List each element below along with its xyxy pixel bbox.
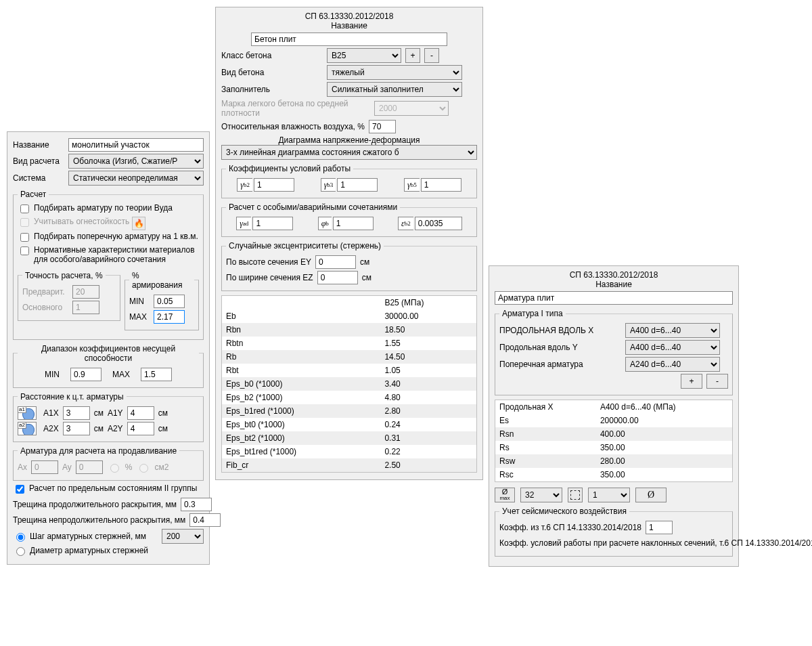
table-row: 4.80 bbox=[380, 391, 476, 404]
chk-normative-label: Нормативные характеристики материалов дл… bbox=[34, 245, 199, 265]
a1x-label: A1X bbox=[43, 408, 59, 418]
name-input[interactable] bbox=[68, 138, 204, 152]
table-row: Eps_b1red (*1000) bbox=[222, 404, 381, 418]
rebar-minus-button[interactable]: - bbox=[706, 374, 728, 389]
seismic-k1-input[interactable] bbox=[646, 521, 673, 534]
rebar-plus-button[interactable]: + bbox=[681, 374, 702, 389]
special-fieldset: Расчет с особыми/аварийными сочетаниями … bbox=[221, 202, 477, 237]
humidity-input[interactable] bbox=[369, 120, 396, 133]
chk-wood-label: Подбирать арматуру по теории Вуда bbox=[34, 203, 173, 213]
table-row: 200000.00 bbox=[596, 414, 733, 427]
chk-wood[interactable] bbox=[20, 204, 29, 213]
chk-sls2[interactable] bbox=[16, 485, 24, 494]
a1x-input[interactable] bbox=[63, 406, 90, 420]
rebar-table-hdr1: Продольная X bbox=[495, 400, 596, 414]
a2y-input[interactable] bbox=[127, 422, 154, 435]
rebar-name-input[interactable] bbox=[495, 291, 733, 305]
system-label: Система bbox=[13, 173, 45, 183]
class-label: Класс бетона bbox=[221, 51, 323, 60]
table-row: Eb bbox=[222, 309, 381, 323]
unit-cm: см bbox=[158, 424, 168, 433]
spacing-select[interactable]: 200 bbox=[162, 529, 204, 544]
reinf-max-input[interactable] bbox=[154, 310, 185, 324]
system-select[interactable]: Статически неопределимая bbox=[68, 171, 204, 186]
crack-long-input[interactable] bbox=[181, 498, 212, 511]
ez-input[interactable] bbox=[317, 271, 358, 284]
fire-icon: 🔥 bbox=[132, 217, 145, 230]
seismic-k1-label: Коэфф. из т.6 СП 14.13330.2014/2018 bbox=[499, 523, 641, 532]
table-row: 30000.00 bbox=[380, 309, 476, 323]
crack-short-input[interactable] bbox=[189, 513, 221, 527]
accuracy-legend: Точность расчета, % bbox=[22, 271, 106, 280]
table-row: Eps_bt1red (*1000) bbox=[222, 445, 381, 458]
table-row: 400.00 bbox=[596, 427, 733, 441]
a2x-input[interactable] bbox=[63, 422, 90, 435]
phib-input[interactable] bbox=[333, 217, 374, 230]
gb3-input[interactable] bbox=[337, 178, 378, 192]
kind-select[interactable]: тяжелый bbox=[327, 65, 462, 80]
humidity-label: Относительная влажность воздуха, % bbox=[221, 122, 365, 131]
range-max-input[interactable] bbox=[141, 368, 172, 381]
gb2-input[interactable] bbox=[254, 178, 294, 192]
pre-input bbox=[72, 285, 99, 299]
table-row: Eps_bt0 (*1000) bbox=[222, 418, 381, 431]
unit-cm2-radio bbox=[139, 464, 148, 473]
reinf-min-input[interactable] bbox=[154, 295, 185, 308]
ey-input[interactable] bbox=[315, 255, 356, 269]
gad-input[interactable] bbox=[252, 217, 293, 230]
section-icon-a1: a1 bbox=[18, 406, 37, 420]
table-row: 2.80 bbox=[380, 404, 476, 418]
dist-fieldset: Расстояние к ц.т. арматуры a1 A1X см A1Y… bbox=[13, 392, 204, 442]
epsb2-input[interactable] bbox=[415, 217, 462, 230]
table-row: Eps_bt2 (*1000) bbox=[222, 431, 381, 445]
longx-select[interactable]: A400 d=6...40 bbox=[625, 323, 720, 338]
longy-select[interactable]: A400 d=6...40 bbox=[625, 340, 720, 355]
a2x-label: A2X bbox=[43, 424, 59, 433]
table-row: Rbtn bbox=[222, 337, 381, 350]
diameter-button[interactable]: Ø bbox=[635, 488, 667, 502]
unit-cm: см bbox=[94, 424, 104, 433]
concrete-name-input[interactable] bbox=[251, 33, 447, 46]
range-fieldset: Диапазон коэффициентов несущей способнос… bbox=[13, 344, 204, 388]
chk-transverse[interactable] bbox=[20, 233, 29, 242]
unit-cm: см bbox=[360, 257, 369, 267]
rebar-type1-fieldset: Арматура I типа ПРОДОЛЬНАЯ ВДОЛЬ X A400 … bbox=[495, 309, 733, 395]
table-row: Fib_cr bbox=[222, 458, 381, 473]
unit-cm: см bbox=[94, 408, 104, 418]
filler-select[interactable]: Силикатный заполнител bbox=[327, 82, 462, 97]
transv-select[interactable]: A240 d=6...40 bbox=[625, 357, 720, 372]
a1y-input[interactable] bbox=[127, 406, 154, 420]
diagram-select[interactable]: 3-х линейная диаграмма состояния сжатого… bbox=[221, 145, 477, 160]
panel-general: Название Вид расчета Оболочка (Изгиб, Сж… bbox=[7, 131, 210, 565]
spacing-icon bbox=[568, 488, 583, 502]
radio-spacing[interactable] bbox=[16, 533, 25, 542]
diam-max-select[interactable]: 32 bbox=[520, 488, 562, 502]
code-title: СП 63.13330.2012/2018 bbox=[495, 270, 733, 280]
punch-fieldset: Арматура для расчета на продавливание Ax… bbox=[13, 446, 204, 481]
table-row: Rsw bbox=[495, 454, 596, 468]
concrete-table-header: B25 (MПа) bbox=[380, 296, 476, 310]
section-icon-a2: a2 bbox=[18, 422, 37, 435]
class-minus-button[interactable]: - bbox=[424, 48, 439, 63]
class-plus-button[interactable]: + bbox=[405, 48, 420, 63]
range-min-input[interactable] bbox=[70, 368, 102, 381]
density-label: Марка легкого бетона по средней плотност… bbox=[221, 99, 370, 118]
table-row: 1.55 bbox=[380, 337, 476, 350]
chk-fire bbox=[20, 218, 29, 227]
table-row: 350.00 bbox=[596, 441, 733, 454]
table-row: 3.40 bbox=[380, 377, 476, 391]
diam2-select[interactable]: 1 bbox=[588, 488, 630, 502]
range-min-label: MIN bbox=[45, 370, 60, 379]
chk-normative[interactable] bbox=[20, 246, 29, 255]
table-row: 2.50 bbox=[380, 458, 476, 473]
a2y-label: A2Y bbox=[108, 424, 123, 433]
gb5-input[interactable] bbox=[421, 178, 461, 192]
rebar-table-hdr2: A400 d=6...40 (MПа) bbox=[596, 400, 733, 414]
class-select[interactable]: B25 bbox=[327, 48, 401, 63]
calc-type-select[interactable]: Оболочка (Изгиб, Сжатие/Р bbox=[68, 154, 204, 169]
table-row: Es bbox=[495, 414, 596, 427]
calc-type-label: Вид расчета bbox=[13, 156, 60, 166]
unit-cm2-label: см2 bbox=[154, 462, 168, 472]
table-row: Rs bbox=[495, 441, 596, 454]
radio-diameter[interactable] bbox=[16, 547, 25, 556]
